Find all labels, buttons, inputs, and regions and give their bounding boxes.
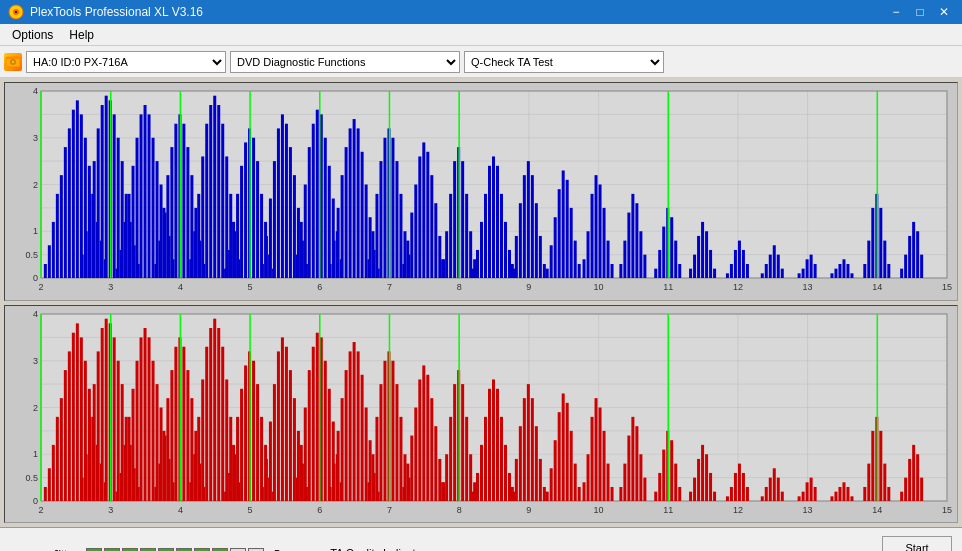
bottom-chart-container	[4, 305, 958, 524]
metrics-right: TA Quality Indicator: Good	[330, 547, 428, 552]
drive-select[interactable]: HA:0 ID:0 PX-716A	[26, 51, 226, 73]
svg-point-5	[12, 61, 14, 63]
jitter-row: Jitter: 5	[10, 548, 280, 552]
minimize-button[interactable]: −	[886, 4, 906, 20]
app-icon	[8, 4, 24, 20]
svg-rect-6	[6, 57, 20, 59]
title-bar-left: PlexTools Professional XL V3.16	[8, 4, 203, 20]
jitter-cell-4	[140, 548, 156, 552]
top-chart-container	[4, 82, 958, 301]
jitter-cell-2	[104, 548, 120, 552]
jitter-cell-8	[212, 548, 228, 552]
jitter-value: 5	[274, 548, 280, 552]
jitter-meter	[86, 548, 264, 552]
title-text: PlexTools Professional XL V3.16	[30, 5, 203, 19]
jitter-cell-7	[194, 548, 210, 552]
maximize-button[interactable]: □	[910, 4, 930, 20]
drive-icon	[4, 53, 22, 71]
jitter-cell-1	[86, 548, 102, 552]
ta-quality-label: TA Quality Indicator:	[330, 547, 428, 552]
title-bar: PlexTools Professional XL V3.16 − □ ✕	[0, 0, 962, 24]
bottom-chart	[5, 306, 957, 523]
test-select[interactable]: Q-Check TA Test	[464, 51, 664, 73]
metrics-left: Jitter: 5 Peak Shift:	[10, 548, 280, 552]
start-button[interactable]: Start	[882, 536, 952, 552]
jitter-cell-5	[158, 548, 174, 552]
close-button[interactable]: ✕	[934, 4, 954, 20]
menu-help[interactable]: Help	[61, 26, 102, 44]
svg-point-2	[15, 11, 17, 13]
jitter-cell-3	[122, 548, 138, 552]
main-content	[0, 78, 962, 527]
top-chart	[5, 83, 957, 300]
jitter-label: Jitter:	[10, 548, 80, 552]
drive-selector: HA:0 ID:0 PX-716A	[4, 51, 226, 73]
toolbar: HA:0 ID:0 PX-716A DVD Diagnostic Functio…	[0, 46, 962, 78]
menu-bar: Options Help	[0, 24, 962, 46]
bottom-panel: Jitter: 5 Peak Shift:	[0, 527, 962, 551]
jitter-cell-9	[230, 548, 246, 552]
menu-options[interactable]: Options	[4, 26, 61, 44]
jitter-cell-10	[248, 548, 264, 552]
jitter-cell-6	[176, 548, 192, 552]
title-bar-controls: − □ ✕	[886, 4, 954, 20]
start-btn-container: Start i	[882, 536, 952, 552]
function-select[interactable]: DVD Diagnostic Functions	[230, 51, 460, 73]
